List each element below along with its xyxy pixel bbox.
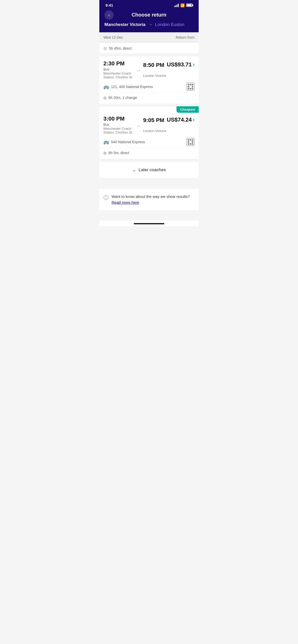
trip1-duration-label: 5h 45m, direct bbox=[109, 46, 132, 50]
header: ‹ Choose return Manchester Victoria → Lo… bbox=[99, 9, 199, 32]
route-line: Manchester Victoria → London Euston bbox=[104, 22, 194, 27]
trip2-price-block: US$74.24 › bbox=[167, 116, 195, 123]
status-time: 9:41 bbox=[105, 3, 113, 7]
trip1-trip-duration-label: 6h 20m, 1 change bbox=[109, 96, 137, 100]
trip1-from-station: Manchester Coach Station, Chorlton St bbox=[103, 71, 134, 79]
trip1-operator-left: 🚌 121, 400 National Express bbox=[103, 84, 153, 90]
trip2-operator-row: 🚌 540 National Express bbox=[99, 136, 199, 148]
trip2-trip-duration: ◎ 6h 5m, direct bbox=[99, 148, 199, 159]
trip1-chevron-icon: › bbox=[193, 61, 195, 68]
trip1-arrive-block: 8:50 PM London Victoria bbox=[143, 62, 166, 78]
info-text: Want to know about the way we show resul… bbox=[112, 194, 195, 205]
trip2-arrive-time: 9:05 PM bbox=[143, 117, 166, 124]
qr-ticket-icon-1 bbox=[186, 83, 195, 91]
info-section: ⓘ Want to know about the way we show res… bbox=[99, 189, 199, 210]
trip1-to-station: London Victoria bbox=[143, 74, 166, 78]
trip1-operator-row: 🚌 121, 400 National Express bbox=[99, 81, 199, 93]
info-circle-icon: ⓘ bbox=[103, 194, 109, 201]
back-arrow-icon: ‹ bbox=[108, 13, 110, 17]
duration-dot-icon: ◎ bbox=[103, 46, 107, 51]
trip1-price: US$93.71 bbox=[167, 61, 192, 68]
trip2-from-station: Manchester Coach Station, Chorlton St bbox=[103, 127, 134, 134]
trip1-arrive-time: 8:50 PM bbox=[143, 62, 166, 68]
trip2-duration-dot-icon: ◎ bbox=[103, 151, 106, 155]
filter-bar: Wed 13 Dec Return from bbox=[99, 32, 199, 43]
filter-date: Wed 13 Dec bbox=[103, 35, 123, 39]
trip2-operator: 540 National Express bbox=[111, 140, 145, 144]
home-indicator bbox=[99, 221, 199, 226]
trip2-depart-block: 3:00 PM Bus Manchester Coach Station, Ch… bbox=[103, 115, 134, 134]
trip1-price-block: US$93.71 › bbox=[167, 61, 195, 68]
trip2-times: 3:00 PM Bus Manchester Coach Station, Ch… bbox=[103, 115, 166, 134]
later-chevron-icon: ⌄ bbox=[132, 167, 136, 173]
trip2-operator-left: 🚌 540 National Express bbox=[103, 139, 145, 145]
trip2-depart-time: 3:00 PM bbox=[103, 115, 134, 122]
header-top: ‹ Choose return bbox=[104, 12, 194, 18]
read-more-link[interactable]: Read more here bbox=[112, 200, 139, 204]
trip2-trip-duration-label: 6h 5m, direct bbox=[109, 151, 129, 155]
status-bar: 9:41 📶 bbox=[99, 0, 199, 9]
page-title: Choose return bbox=[132, 12, 167, 18]
trip1-operator: 121, 400 National Express bbox=[111, 85, 153, 89]
battery-icon bbox=[186, 4, 193, 7]
cheapest-badge: Cheapest bbox=[177, 106, 199, 113]
bus-icon-1: 🚌 bbox=[103, 84, 109, 90]
trip2-to-station: London Victoria bbox=[143, 129, 166, 133]
info-description: Want to know about the way we show resul… bbox=[112, 194, 190, 199]
bus-icon-2: 🚌 bbox=[103, 139, 109, 145]
route-arrow-icon: → bbox=[148, 22, 153, 27]
trip1-duration-dot-icon: ◎ bbox=[103, 96, 106, 100]
trip-card-1[interactable]: 2:30 PM Bus Manchester Coach Station, Ch… bbox=[99, 56, 199, 104]
trip2-arrive-block: 9:05 PM London Victoria bbox=[143, 117, 166, 133]
route-to: London Euston bbox=[155, 22, 184, 27]
trip1-type: Bus bbox=[103, 67, 134, 71]
trip2-arrow-icon: → bbox=[137, 123, 141, 128]
trip1-trip-duration: ◎ 6h 20m, 1 change bbox=[99, 93, 199, 104]
trip2-type: Bus bbox=[103, 123, 134, 126]
wifi-icon: 📶 bbox=[180, 3, 185, 7]
home-bar bbox=[134, 223, 164, 224]
filter-return: Return from bbox=[176, 35, 195, 39]
route-from: Manchester Victoria bbox=[104, 22, 145, 27]
trip1-depart-block: 2:30 PM Bus Manchester Coach Station, Ch… bbox=[103, 60, 134, 79]
signal-bars-icon bbox=[174, 4, 179, 7]
trip-card-2[interactable]: Cheapest 3:00 PM Bus Manchester Coach St… bbox=[99, 106, 199, 159]
trip1-arrow-icon: → bbox=[137, 67, 141, 73]
trip1-duration-row: ◎ 5h 45m, direct bbox=[99, 43, 199, 54]
trip1-times: 2:30 PM Bus Manchester Coach Station, Ch… bbox=[103, 60, 166, 79]
later-coaches-label: Later coaches bbox=[139, 167, 166, 172]
trip1-depart-time: 2:30 PM bbox=[103, 60, 134, 67]
trip1-main: 2:30 PM Bus Manchester Coach Station, Ch… bbox=[99, 56, 199, 81]
back-button[interactable]: ‹ bbox=[104, 10, 114, 20]
qr-ticket-icon-2 bbox=[186, 138, 195, 146]
later-coaches-button[interactable]: ⌄ Later coaches bbox=[99, 161, 199, 179]
trip2-chevron-icon: › bbox=[193, 116, 195, 123]
trip2-price: US$74.24 bbox=[167, 116, 192, 123]
status-icons: 📶 bbox=[174, 3, 193, 7]
